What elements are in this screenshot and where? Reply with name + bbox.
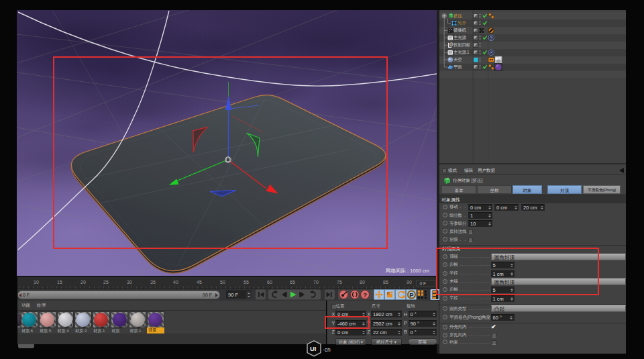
svg-text:UI: UI [310, 345, 317, 352]
svg-text:P: P [409, 291, 414, 299]
svg-text:·cn: ·cn [323, 346, 331, 353]
svg-text:?: ? [363, 291, 367, 299]
svg-text:网格间距 : 1000 cm: 网格间距 : 1000 cm [386, 268, 429, 274]
